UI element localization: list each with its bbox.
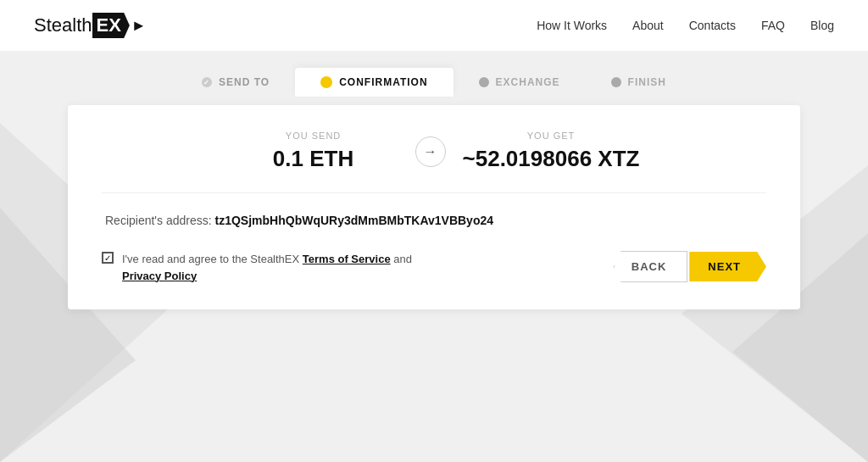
action-buttons: BACK NEXT — [614, 251, 766, 282]
privacy-link[interactable]: Privacy Policy — [122, 270, 197, 282]
send-side: YOU SEND 0.1 ETH — [229, 131, 398, 172]
step-confirmation[interactable]: CONFIRMATION — [295, 68, 453, 97]
nav-faq[interactable]: FAQ — [761, 19, 785, 32]
step-exchange-dot — [479, 77, 489, 87]
logo-ex-text: EX — [92, 13, 130, 38]
step-send-to[interactable]: ✓ SEND TO — [176, 68, 295, 97]
recipient-row: Recipient's address: tz1QSjmbHhQbWqURy3d… — [102, 214, 766, 227]
nav-blog[interactable]: Blog — [810, 19, 834, 32]
agreement-checkbox[interactable]: ✓ — [102, 252, 114, 264]
logo-stealth-text: Stealth — [34, 14, 92, 36]
step-send-to-label: SEND TO — [219, 76, 270, 88]
step-confirmation-label: CONFIRMATION — [339, 76, 427, 88]
step-finish-label: FINISH — [628, 76, 666, 88]
agreement-text: I've read and agree to the StealthEX Ter… — [122, 251, 412, 284]
agreement-left: ✓ I've read and agree to the StealthEX T… — [102, 251, 597, 284]
step-finish-dot — [611, 77, 621, 87]
get-side: YOU GET ~52.0198066 XTZ — [463, 131, 640, 172]
step-exchange-label: EXCHANGE — [496, 76, 560, 88]
nav-contacts[interactable]: Contacts — [689, 19, 736, 32]
confirmation-card: YOU SEND 0.1 ETH → YOU GET ~52.0198066 X… — [68, 105, 800, 309]
next-button[interactable]: NEXT — [689, 252, 766, 281]
step-send-to-dot: ✓ — [202, 77, 212, 87]
nav-about[interactable]: About — [632, 19, 664, 32]
step-finish[interactable]: FINISH — [586, 68, 692, 97]
main-nav: How It Works About Contacts FAQ Blog — [537, 19, 834, 32]
recipient-address: tz1QSjmbHhQbWqURy3dMmBMbTKAv1VBByo24 — [215, 214, 494, 227]
step-confirmation-dot — [320, 76, 332, 88]
nav-how-it-works[interactable]: How It Works — [537, 19, 607, 32]
terms-link[interactable]: Terms of Service — [303, 253, 391, 265]
you-get-label: YOU GET — [463, 131, 640, 141]
exchange-summary: YOU SEND 0.1 ETH → YOU GET ~52.0198066 X… — [102, 131, 766, 193]
back-button[interactable]: BACK — [614, 251, 688, 282]
agreement-row: ✓ I've read and agree to the StealthEX T… — [102, 251, 766, 284]
logo-arrow: ► — [131, 17, 147, 35]
step-exchange[interactable]: EXCHANGE — [453, 68, 586, 97]
recipient-label: Recipient's address: — [105, 214, 212, 227]
you-send-amount: 0.1 ETH — [229, 146, 398, 172]
main-content: ✓ SEND TO CONFIRMATION EXCHANGE FINISH Y… — [0, 51, 868, 326]
you-send-label: YOU SEND — [229, 131, 398, 141]
exchange-arrow: → — [415, 136, 446, 167]
logo[interactable]: StealthEX ► — [34, 13, 147, 38]
steps-bar: ✓ SEND TO CONFIRMATION EXCHANGE FINISH — [68, 68, 800, 97]
you-get-amount: ~52.0198066 XTZ — [463, 146, 640, 172]
header: StealthEX ► How It Works About Contacts … — [0, 0, 868, 51]
